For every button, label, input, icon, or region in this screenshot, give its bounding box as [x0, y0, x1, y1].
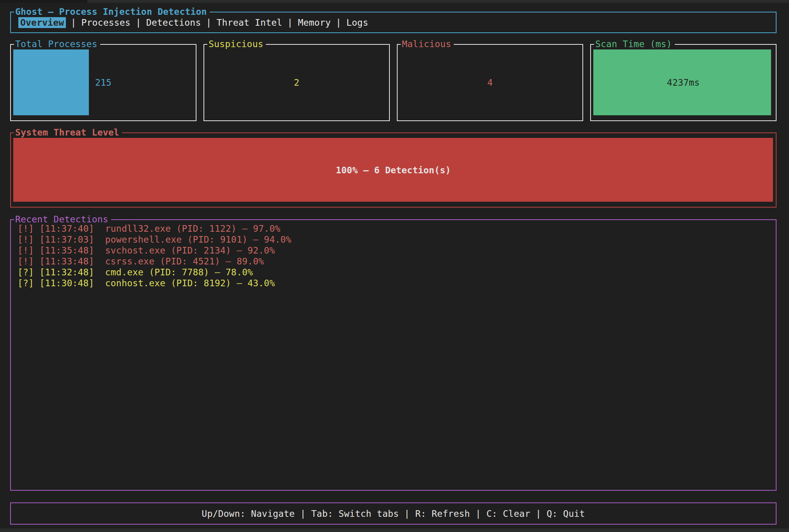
tab-separator: |	[201, 18, 216, 28]
scan-time-value: 4237ms	[591, 45, 776, 120]
tab-overview[interactable]: Overview	[18, 17, 66, 28]
threat-level-panel: System Threat Level 100% — 6 Detection(s…	[10, 132, 777, 208]
malicious-value: 4	[398, 45, 582, 120]
tab-processes[interactable]: Processes	[81, 18, 131, 28]
tab-separator: |	[131, 18, 146, 28]
detection-row[interactable]: [!] [11:37:40] rundll32.exe (PID: 1122) …	[18, 223, 776, 234]
detections-list: [!] [11:37:40] rundll32.exe (PID: 1122) …	[11, 220, 776, 289]
suspicious-value: 2	[204, 45, 389, 120]
total-processes-value: 215	[11, 45, 196, 120]
keybindings-panel: Up/Down: Navigate | Tab: Switch tabs | R…	[10, 502, 777, 525]
stat-suspicious: Suspicious 2	[203, 44, 390, 121]
detection-row[interactable]: [!] [11:37:03] powershell.exe (PID: 9101…	[18, 234, 776, 245]
tab-separator: |	[66, 18, 81, 28]
keybindings-hints: Up/Down: Navigate | Tab: Switch tabs | R…	[11, 503, 776, 524]
detection-row[interactable]: [?] [11:30:48] conhost.exe (PID: 8192) —…	[18, 278, 776, 289]
window-chrome-top-left	[0, 0, 87, 3]
detection-row[interactable]: [!] [11:33:48] csrss.exe (PID: 4521) — 8…	[18, 256, 776, 267]
tab-logs[interactable]: Logs	[346, 18, 369, 28]
header-panel: Ghost — Process Injection Detection Over…	[10, 12, 777, 33]
tab-separator: |	[283, 18, 297, 28]
recent-detections-title: Recent Detections	[14, 214, 111, 225]
detection-row[interactable]: [!] [11:35:48] svchost.exe (PID: 2134) —…	[18, 245, 776, 256]
terminal-screen: Ghost — Process Injection Detection Over…	[0, 0, 789, 532]
threat-level-label: 100% — 6 Detection(s)	[11, 133, 776, 207]
window-chrome-top	[0, 0, 789, 3]
stats-row: Total Processes 215 Suspicious 2 Malicio…	[10, 44, 777, 121]
tab-detections[interactable]: Detections	[146, 18, 201, 28]
tab-memory[interactable]: Memory	[297, 18, 331, 28]
window-chrome-bottom	[0, 528, 789, 532]
app-title: Ghost — Process Injection Detection	[14, 7, 210, 17]
stat-total-processes: Total Processes 215	[10, 44, 196, 121]
stat-malicious: Malicious 4	[397, 44, 583, 121]
tab-threat-intel[interactable]: Threat Intel	[216, 18, 283, 28]
recent-detections-panel: Recent Detections [!] [11:37:40] rundll3…	[10, 219, 777, 491]
detection-row[interactable]: [?] [11:32:48] cmd.exe (PID: 7788) — 78.…	[18, 267, 776, 278]
stat-scan-time: Scan Time (ms) 4237ms	[590, 44, 777, 121]
tab-separator: |	[331, 18, 346, 28]
